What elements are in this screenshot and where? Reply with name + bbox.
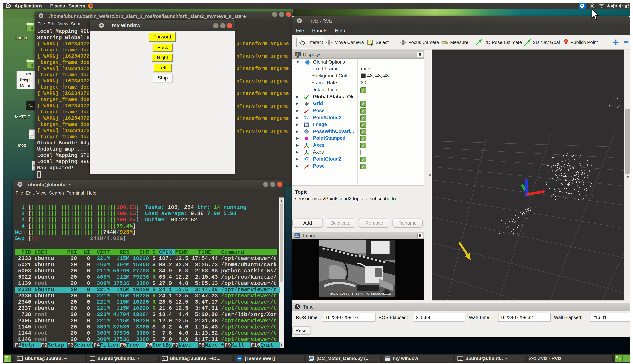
svg-text:>_: >_ xyxy=(90,358,93,360)
svg-text:>_: >_ xyxy=(18,358,21,360)
svg-text:imp: imp xyxy=(30,136,33,138)
svg-text:>_: >_ xyxy=(28,103,33,107)
svg-text:>_: >_ xyxy=(163,358,165,360)
svg-text:>_: >_ xyxy=(458,358,461,360)
svg-text:TRACK LOST, TRYING TO RELOCALI: TRACK LOST, TRYING TO RELOCALIZE xyxy=(328,292,391,296)
svg-text:#!/: #!/ xyxy=(30,130,33,132)
